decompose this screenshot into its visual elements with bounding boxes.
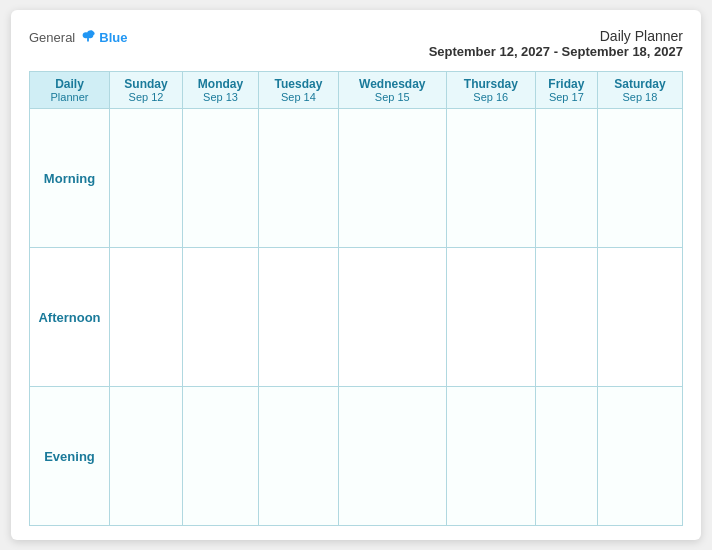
evening-mon[interactable]: [183, 387, 259, 526]
logo-blue-text: Blue: [99, 30, 127, 45]
header-tue-sub: Sep 14: [261, 91, 336, 103]
header-sun-top: Sunday: [112, 77, 180, 91]
evening-sun[interactable]: [110, 387, 183, 526]
morning-label: Morning: [30, 109, 110, 248]
afternoon-tue[interactable]: [259, 248, 339, 387]
afternoon-fri[interactable]: [535, 248, 597, 387]
logo-bird-icon: [79, 28, 97, 46]
header-wed-top: Wednesday: [341, 77, 444, 91]
morning-thu[interactable]: [446, 109, 535, 248]
header-cell-sun: Sunday Sep 12: [110, 72, 183, 109]
logo-area: General Blue: [29, 28, 127, 46]
header-cell-mon: Monday Sep 13: [183, 72, 259, 109]
morning-wed[interactable]: [338, 109, 446, 248]
evening-label: Evening: [30, 387, 110, 526]
morning-sat[interactable]: [597, 109, 682, 248]
header-cell-sat: Saturday Sep 18: [597, 72, 682, 109]
header-sat-sub: Sep 18: [600, 91, 680, 103]
morning-tue[interactable]: [259, 109, 339, 248]
header-sun-sub: Sep 12: [112, 91, 180, 103]
title-area: Daily Planner September 12, 2027 - Septe…: [429, 28, 683, 59]
evening-fri[interactable]: [535, 387, 597, 526]
header-tue-top: Tuesday: [261, 77, 336, 91]
afternoon-row: Afternoon: [30, 248, 683, 387]
evening-row: Evening: [30, 387, 683, 526]
morning-row: Morning: [30, 109, 683, 248]
header: General Blue Daily Planner September 12,…: [29, 28, 683, 59]
header-mon-sub: Sep 13: [185, 91, 256, 103]
header-mon-top: Monday: [185, 77, 256, 91]
afternoon-thu[interactable]: [446, 248, 535, 387]
planner-page: General Blue Daily Planner September 12,…: [11, 10, 701, 540]
header-fri-top: Friday: [538, 77, 595, 91]
morning-fri[interactable]: [535, 109, 597, 248]
logo: General Blue: [29, 28, 127, 46]
afternoon-sat[interactable]: [597, 248, 682, 387]
header-cell-thu: Thursday Sep 16: [446, 72, 535, 109]
afternoon-wed[interactable]: [338, 248, 446, 387]
header-cell-fri: Friday Sep 17: [535, 72, 597, 109]
header-cell-wed: Wednesday Sep 15: [338, 72, 446, 109]
header-cell-tue: Tuesday Sep 14: [259, 72, 339, 109]
header-label-top: Daily: [32, 77, 107, 91]
header-fri-sub: Sep 17: [538, 91, 595, 103]
calendar-table: Daily Planner Sunday Sep 12 Monday Sep 1…: [29, 71, 683, 526]
morning-mon[interactable]: [183, 109, 259, 248]
header-wed-sub: Sep 15: [341, 91, 444, 103]
evening-tue[interactable]: [259, 387, 339, 526]
evening-wed[interactable]: [338, 387, 446, 526]
afternoon-sun[interactable]: [110, 248, 183, 387]
header-label-sub: Planner: [32, 91, 107, 103]
evening-sat[interactable]: [597, 387, 682, 526]
afternoon-mon[interactable]: [183, 248, 259, 387]
morning-sun[interactable]: [110, 109, 183, 248]
header-sat-top: Saturday: [600, 77, 680, 91]
logo-general-text: General: [29, 30, 75, 45]
header-row: Daily Planner Sunday Sep 12 Monday Sep 1…: [30, 72, 683, 109]
evening-thu[interactable]: [446, 387, 535, 526]
header-cell-label: Daily Planner: [30, 72, 110, 109]
header-thu-top: Thursday: [449, 77, 533, 91]
header-thu-sub: Sep 16: [449, 91, 533, 103]
date-range: September 12, 2027 - September 18, 2027: [429, 44, 683, 59]
afternoon-label: Afternoon: [30, 248, 110, 387]
planner-title: Daily Planner: [429, 28, 683, 44]
